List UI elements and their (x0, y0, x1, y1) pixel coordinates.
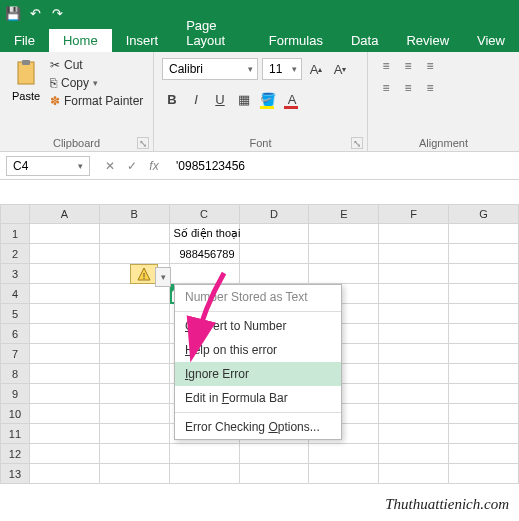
increase-font-icon[interactable]: A▴ (306, 59, 326, 79)
cell[interactable] (309, 264, 379, 284)
cell[interactable] (100, 304, 170, 324)
cell[interactable] (309, 224, 379, 244)
font-expand-icon[interactable]: ⤡ (351, 137, 363, 149)
cell[interactable] (100, 464, 170, 484)
align-middle-icon[interactable]: ≡ (398, 56, 418, 76)
cell[interactable] (379, 384, 449, 404)
save-icon[interactable]: 💾 (6, 6, 20, 20)
menu-error-options[interactable]: Error Checking Options... (175, 415, 341, 439)
col-header[interactable]: A (30, 204, 100, 224)
col-header[interactable]: G (449, 204, 519, 224)
cut-button[interactable]: ✂Cut (50, 58, 143, 72)
copy-button[interactable]: ⎘Copy▾ (50, 76, 143, 90)
cell[interactable] (379, 344, 449, 364)
cancel-formula-icon[interactable]: ✕ (100, 157, 120, 175)
cell[interactable] (30, 364, 100, 384)
cell[interactable] (379, 444, 449, 464)
menu-edit-formula-bar[interactable]: Edit in Formula Bar (175, 386, 341, 410)
cell[interactable] (170, 444, 240, 464)
font-size-select[interactable]: 11 (262, 58, 302, 80)
cell[interactable] (449, 344, 519, 364)
name-box[interactable]: C4▾ (6, 156, 90, 176)
cell[interactable] (449, 284, 519, 304)
cell[interactable] (449, 364, 519, 384)
accept-formula-icon[interactable]: ✓ (122, 157, 142, 175)
cell[interactable] (30, 404, 100, 424)
tab-formulas[interactable]: Formulas (255, 29, 337, 52)
redo-icon[interactable]: ↷ (50, 6, 64, 20)
menu-ignore-error[interactable]: Ignore Error (175, 362, 341, 386)
cell[interactable]: Số điện thoại (170, 224, 240, 244)
error-indicator-button[interactable]: ! (130, 264, 158, 284)
row-header[interactable]: 3 (0, 264, 30, 284)
col-header[interactable]: D (240, 204, 310, 224)
tab-data[interactable]: Data (337, 29, 392, 52)
cell[interactable] (379, 244, 449, 264)
cell[interactable] (170, 464, 240, 484)
undo-icon[interactable]: ↶ (28, 6, 42, 20)
cell[interactable] (449, 444, 519, 464)
cell[interactable] (30, 424, 100, 444)
cell[interactable] (379, 364, 449, 384)
decrease-font-icon[interactable]: A▾ (330, 59, 350, 79)
cell[interactable] (379, 464, 449, 484)
cell[interactable] (449, 384, 519, 404)
row-header[interactable]: 12 (0, 444, 30, 464)
cell[interactable] (240, 444, 310, 464)
cell[interactable] (100, 344, 170, 364)
cell[interactable] (240, 224, 310, 244)
cell[interactable] (309, 244, 379, 264)
row-header[interactable]: 7 (0, 344, 30, 364)
tab-view[interactable]: View (463, 29, 519, 52)
cell[interactable]: 988456789 (170, 244, 240, 264)
cell[interactable] (449, 324, 519, 344)
align-bottom-icon[interactable]: ≡ (420, 56, 440, 76)
cell[interactable] (379, 304, 449, 324)
fx-icon[interactable]: fx (144, 157, 164, 175)
cell[interactable] (309, 444, 379, 464)
cell[interactable] (449, 244, 519, 264)
border-button[interactable]: ▦ (234, 89, 254, 109)
clipboard-expand-icon[interactable]: ⤡ (137, 137, 149, 149)
row-header[interactable]: 1 (0, 224, 30, 244)
col-header[interactable]: B (100, 204, 170, 224)
cell[interactable] (379, 424, 449, 444)
cell[interactable] (100, 244, 170, 264)
menu-help[interactable]: Help on this error (175, 338, 341, 362)
row-header[interactable]: 13 (0, 464, 30, 484)
cell[interactable] (379, 324, 449, 344)
formula-bar[interactable]: '0985123456 (168, 157, 519, 175)
font-name-select[interactable]: Calibri (162, 58, 258, 80)
cell[interactable] (100, 384, 170, 404)
row-header[interactable]: 4 (0, 284, 30, 304)
col-header[interactable]: E (309, 204, 379, 224)
cell[interactable] (449, 424, 519, 444)
cell[interactable] (379, 284, 449, 304)
menu-convert-to-number[interactable]: Convert to Number (175, 314, 341, 338)
cell[interactable] (449, 264, 519, 284)
tab-insert[interactable]: Insert (112, 29, 173, 52)
row-header[interactable]: 8 (0, 364, 30, 384)
cell[interactable] (100, 424, 170, 444)
cell[interactable] (30, 344, 100, 364)
col-header[interactable]: F (379, 204, 449, 224)
row-header[interactable]: 11 (0, 424, 30, 444)
cell[interactable] (100, 364, 170, 384)
font-color-button[interactable]: A (282, 89, 302, 109)
format-painter-button[interactable]: ✽Format Painter (50, 94, 143, 108)
cell[interactable] (100, 284, 170, 304)
row-header[interactable]: 10 (0, 404, 30, 424)
cell[interactable] (449, 404, 519, 424)
cell[interactable] (100, 324, 170, 344)
cell[interactable] (379, 224, 449, 244)
cell[interactable] (30, 324, 100, 344)
row-header[interactable]: 5 (0, 304, 30, 324)
cell[interactable] (309, 464, 379, 484)
cell[interactable] (100, 224, 170, 244)
cell[interactable] (379, 404, 449, 424)
align-center-icon[interactable]: ≡ (398, 78, 418, 98)
cell[interactable] (30, 224, 100, 244)
cell[interactable] (30, 444, 100, 464)
cell[interactable] (449, 224, 519, 244)
cell[interactable] (100, 444, 170, 464)
